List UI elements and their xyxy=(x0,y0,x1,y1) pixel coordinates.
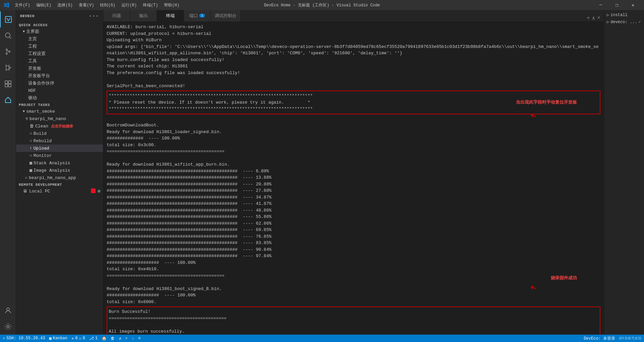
status-alert[interactable]: ⚡ xyxy=(125,336,127,341)
sidebar-item-stack-analysis[interactable]: ▦ Stack Analysis xyxy=(16,159,103,167)
sidebar-item-main-collapse[interactable]: ▼ 主界面 xyxy=(16,28,103,35)
status-ssh[interactable]: ⚡ SSH: 10.55.20.43 xyxy=(3,336,45,341)
status-deveco[interactable]: DevEco: 未登录 xyxy=(584,336,615,341)
sidebar-item-image-analysis[interactable]: ▦ Image Analysis xyxy=(16,167,103,174)
right-panel: ▷ install ▷ deveco: ... ✓ xyxy=(604,10,644,335)
upload-icon: ↑ xyxy=(30,146,32,151)
sidebar-more-icon[interactable]: ··· xyxy=(89,13,99,19)
status-errors[interactable]: ✕ 0 ⚠ 0 xyxy=(71,336,85,341)
terminal-progress-76: ########################################… xyxy=(107,233,600,240)
sidebar-item-smart-smoke[interactable]: ▼ smart_smoke xyxy=(16,108,103,115)
maximize-panel-icon[interactable]: ∧ xyxy=(592,15,595,21)
minimize-button[interactable]: ─ xyxy=(593,0,608,10)
menu-goto[interactable]: 转到(G) xyxy=(97,2,118,9)
terminal-line-sep2: ========================================… xyxy=(107,273,600,279)
menu-bar[interactable]: 文件(F) 编辑(E) 选择(S) 查看(V) 转到(G) 运行(R) 终端(T… xyxy=(12,2,182,9)
status-branch[interactable]: ⎇ 1 xyxy=(89,336,98,341)
terminal-progress-27: ########################################… xyxy=(107,187,600,194)
menu-select[interactable]: 选择(S) xyxy=(55,2,75,9)
sidebar-item-local-pc[interactable]: 🖥 Local PC ⚙ xyxy=(16,187,103,195)
sidebar-smart-smoke-label: smart_smoke xyxy=(26,109,55,114)
activity-settings[interactable] xyxy=(0,319,16,335)
svg-marker-5 xyxy=(6,65,11,70)
deveco-status-label: DevEco: 未登录 xyxy=(584,336,615,341)
stop-icon[interactable] xyxy=(91,188,96,193)
status-kanban[interactable]: ▦ Kanban xyxy=(49,336,67,341)
menu-terminal[interactable]: 终端(T) xyxy=(140,2,161,9)
terminal-line-chip: The current select chip: Hi3861 xyxy=(107,63,600,70)
sidebar-item-device-partner[interactable]: 设备合作伙伴 xyxy=(16,79,103,87)
close-panel-icon[interactable]: × xyxy=(597,15,600,21)
activity-run[interactable] xyxy=(0,60,16,76)
close-button[interactable]: ✕ xyxy=(625,0,641,10)
activity-search[interactable] xyxy=(0,27,16,44)
ssh-label: SSH: 10.55.20.43 xyxy=(6,336,45,341)
sidebar-devboard-platform-label: 开发板平台 xyxy=(28,73,50,79)
menu-view[interactable]: 查看(V) xyxy=(76,2,97,9)
alert-icon: ⚡ xyxy=(125,336,127,341)
activity-bar-bottom xyxy=(0,302,16,335)
svg-point-2 xyxy=(6,49,7,50)
sidebar-bearpi-label: bearpi_hm_nano xyxy=(30,116,66,121)
image-analysis-icon: ▦ xyxy=(30,168,32,173)
menu-help[interactable]: 帮助(H) xyxy=(161,2,182,9)
title-bar-left: 文件(F) 编辑(E) 选择(S) 查看(V) 转到(G) 运行(R) 终端(T… xyxy=(3,2,182,9)
list-icon: ≡ xyxy=(138,336,141,341)
activity-deveco-home[interactable] xyxy=(0,92,16,108)
tab-actions: + ∧ × xyxy=(587,15,604,21)
status-sync[interactable]: ↺ xyxy=(119,336,121,341)
tab-terminal[interactable]: 终端 xyxy=(157,10,184,21)
sidebar-item-build[interactable]: ○ Build xyxy=(16,130,103,137)
terminal-line-blank4 xyxy=(107,279,600,286)
status-home[interactable]: 🏠 xyxy=(102,336,107,341)
tab-problems[interactable]: 问题 xyxy=(103,10,130,21)
settings-icon[interactable]: ⚙ xyxy=(98,188,100,194)
sidebar-item-driver[interactable]: 驱动 xyxy=(16,94,103,102)
right-panel-install[interactable]: ▷ install xyxy=(604,11,644,18)
status-actions[interactable]: 🗑 xyxy=(111,336,115,341)
sidebar-item-devboard[interactable]: 开发板 xyxy=(16,65,103,72)
sidebar-local-pc-label: Local PC xyxy=(29,189,50,194)
activity-account[interactable] xyxy=(0,302,16,319)
tab-output[interactable]: 输出 xyxy=(130,10,157,21)
sidebar-item-rebuild[interactable]: ○ Rebuild xyxy=(16,137,103,145)
sidebar-item-project[interactable]: 工程 xyxy=(16,43,103,50)
menu-file[interactable]: 文件(F) xyxy=(12,2,33,9)
status-download[interactable]: ↓ xyxy=(131,336,134,341)
activity-source-control[interactable] xyxy=(0,44,16,60)
branch-count: 1 xyxy=(95,336,98,341)
sidebar-item-clean[interactable]: 🗑 Clean 点击开始烧录 xyxy=(16,122,103,130)
sidebar-item-tools[interactable]: 工具 xyxy=(16,57,103,65)
activity-deveco[interactable] xyxy=(0,11,16,27)
sidebar-item-home[interactable]: 主页 xyxy=(16,35,103,43)
terminal-progress-62: ########################################… xyxy=(107,220,600,227)
terminal-line-current: CURRENT: upload_protocol = hiburn-serial xyxy=(107,31,600,37)
sidebar-item-upload[interactable]: ↑ Upload xyxy=(16,145,103,152)
remote-dev-title: REMOTE DEVELOPMENT xyxy=(16,181,103,187)
sidebar-item-devboard-platform[interactable]: 开发板平台 xyxy=(16,72,103,79)
sidebar-item-monitor[interactable]: ○ Monitor xyxy=(16,152,103,159)
status-list[interactable]: ≡ xyxy=(138,336,141,341)
terminal-line-bootrom: BootromDownloadBoot. xyxy=(107,122,600,129)
tab-port[interactable]: 端口 1 xyxy=(184,10,211,21)
sidebar-item-bearpi-hm-nano[interactable]: ▽ bearpi_hm_nano xyxy=(16,115,103,122)
watermark-text: @抖音账号发现 xyxy=(619,336,641,341)
menu-edit[interactable]: 编辑(E) xyxy=(34,2,54,9)
terminal-sep3: ========================================… xyxy=(109,315,598,322)
terminal-content[interactable]: AVAILABLE: burn-serial, hiburn-serial CU… xyxy=(103,22,604,335)
sidebar-item-bearpi-app[interactable]: ▷ bearpi_hm_nano_app xyxy=(16,174,103,181)
sidebar-item-hdf[interactable]: HDF xyxy=(16,87,103,94)
tab-debug-console[interactable]: 调试控制台 xyxy=(211,10,241,21)
activity-extensions[interactable] xyxy=(0,76,16,92)
svg-point-3 xyxy=(6,53,7,54)
restore-button[interactable]: ❐ xyxy=(609,0,625,10)
terminal-progress-34: ########################################… xyxy=(107,194,600,201)
right-panel-check-icon: ✓ xyxy=(638,19,641,24)
terminal-line-loader: Ready for download Hi3861_loader_signed.… xyxy=(107,129,600,135)
sidebar-item-project-settings[interactable]: 工程设置 xyxy=(16,50,103,57)
right-panel-deveco[interactable]: ▷ deveco: ... ✓ xyxy=(604,18,644,25)
terminal-line-loader-size: total size: 0x3c00. xyxy=(107,142,600,149)
svg-rect-7 xyxy=(5,81,8,83)
menu-run[interactable]: 运行(R) xyxy=(119,2,140,9)
add-terminal-icon[interactable]: + xyxy=(587,15,590,21)
